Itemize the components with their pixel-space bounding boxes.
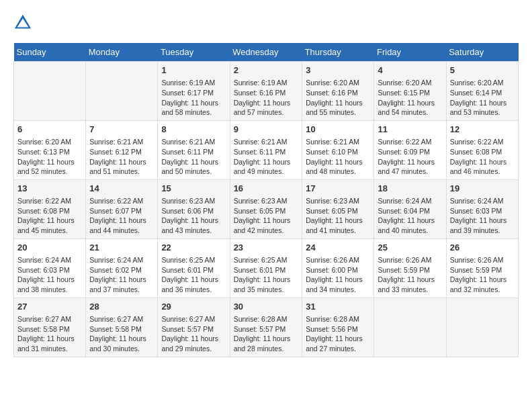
calendar-cell: [86, 62, 158, 121]
calendar-cell: 3Sunrise: 6:20 AM Sunset: 6:16 PM Daylig…: [302, 62, 374, 121]
calendar-cell: 2Sunrise: 6:19 AM Sunset: 6:16 PM Daylig…: [230, 62, 302, 121]
calendar-cell: 14Sunrise: 6:22 AM Sunset: 6:07 PM Dayli…: [86, 179, 158, 238]
cell-content: Sunrise: 6:23 AM Sunset: 6:06 PM Dayligh…: [161, 196, 226, 236]
cell-content: Sunrise: 6:24 AM Sunset: 6:02 PM Dayligh…: [89, 255, 154, 295]
day-number: 4: [378, 64, 442, 77]
calendar-cell: 18Sunrise: 6:24 AM Sunset: 6:04 PM Dayli…: [374, 179, 446, 238]
cell-content: Sunrise: 6:24 AM Sunset: 6:03 PM Dayligh…: [17, 255, 82, 295]
calendar-cell: 30Sunrise: 6:28 AM Sunset: 5:57 PM Dayli…: [230, 298, 302, 357]
cell-content: Sunrise: 6:19 AM Sunset: 6:16 PM Dayligh…: [234, 78, 299, 118]
day-number: 22: [161, 242, 226, 254]
calendar-cell: 29Sunrise: 6:27 AM Sunset: 5:57 PM Dayli…: [158, 298, 230, 357]
calendar-cell: 21Sunrise: 6:24 AM Sunset: 6:02 PM Dayli…: [86, 238, 158, 298]
cell-content: Sunrise: 6:26 AM Sunset: 5:59 PM Dayligh…: [450, 255, 515, 295]
calendar-cell: 19Sunrise: 6:24 AM Sunset: 6:03 PM Dayli…: [446, 179, 518, 238]
day-number: 30: [234, 301, 299, 313]
day-header-saturday: Saturday: [446, 43, 518, 62]
day-header-wednesday: Wednesday: [230, 43, 302, 62]
logo-icon: [13, 13, 32, 32]
day-number: 5: [450, 64, 515, 77]
day-number: 29: [161, 301, 226, 313]
day-number: 19: [450, 183, 515, 195]
calendar-cell: 9Sunrise: 6:21 AM Sunset: 6:11 PM Daylig…: [230, 120, 302, 179]
day-number: 25: [378, 242, 442, 254]
calendar-cell: 13Sunrise: 6:22 AM Sunset: 6:08 PM Dayli…: [14, 179, 86, 238]
day-number: 23: [234, 242, 299, 254]
calendar-cell: 22Sunrise: 6:25 AM Sunset: 6:01 PM Dayli…: [158, 238, 230, 298]
day-number: 2: [234, 64, 299, 77]
day-header-thursday: Thursday: [302, 43, 374, 62]
day-number: 28: [89, 301, 154, 313]
calendar-cell: 8Sunrise: 6:21 AM Sunset: 6:11 PM Daylig…: [158, 120, 230, 179]
cell-content: Sunrise: 6:21 AM Sunset: 6:11 PM Dayligh…: [161, 137, 226, 177]
cell-content: Sunrise: 6:21 AM Sunset: 6:11 PM Dayligh…: [234, 137, 299, 177]
day-number: 8: [161, 124, 226, 136]
calendar-cell: [14, 62, 86, 121]
day-number: 26: [450, 242, 515, 254]
calendar-cell: 4Sunrise: 6:20 AM Sunset: 6:15 PM Daylig…: [374, 62, 446, 121]
day-number: 10: [306, 124, 370, 136]
day-header-monday: Monday: [86, 43, 158, 62]
cell-content: Sunrise: 6:20 AM Sunset: 6:15 PM Dayligh…: [378, 78, 442, 118]
logo: [13, 13, 35, 32]
day-number: 21: [89, 242, 154, 254]
day-number: 31: [306, 301, 370, 313]
cell-content: Sunrise: 6:25 AM Sunset: 6:01 PM Dayligh…: [161, 255, 226, 295]
calendar-week-3: 13Sunrise: 6:22 AM Sunset: 6:08 PM Dayli…: [14, 179, 519, 238]
calendar-cell: 10Sunrise: 6:21 AM Sunset: 6:10 PM Dayli…: [302, 120, 374, 179]
page-header: [13, 13, 519, 32]
cell-content: Sunrise: 6:28 AM Sunset: 5:56 PM Dayligh…: [306, 314, 370, 354]
cell-content: Sunrise: 6:22 AM Sunset: 6:08 PM Dayligh…: [17, 196, 82, 236]
cell-content: Sunrise: 6:24 AM Sunset: 6:03 PM Dayligh…: [450, 196, 515, 236]
day-number: 24: [306, 242, 370, 254]
calendar-cell: 31Sunrise: 6:28 AM Sunset: 5:56 PM Dayli…: [302, 298, 374, 357]
day-number: 12: [450, 124, 515, 136]
cell-content: Sunrise: 6:26 AM Sunset: 6:00 PM Dayligh…: [306, 255, 370, 295]
cell-content: Sunrise: 6:24 AM Sunset: 6:04 PM Dayligh…: [378, 196, 442, 236]
calendar-cell: 27Sunrise: 6:27 AM Sunset: 5:58 PM Dayli…: [14, 298, 86, 357]
cell-content: Sunrise: 6:27 AM Sunset: 5:58 PM Dayligh…: [89, 314, 154, 354]
calendar-cell: 26Sunrise: 6:26 AM Sunset: 5:59 PM Dayli…: [446, 238, 518, 298]
day-number: 15: [161, 183, 226, 195]
calendar-cell: 5Sunrise: 6:20 AM Sunset: 6:14 PM Daylig…: [446, 62, 518, 121]
calendar-cell: 11Sunrise: 6:22 AM Sunset: 6:09 PM Dayli…: [374, 120, 446, 179]
calendar-cell: 7Sunrise: 6:21 AM Sunset: 6:12 PM Daylig…: [86, 120, 158, 179]
calendar-week-1: 1Sunrise: 6:19 AM Sunset: 6:17 PM Daylig…: [14, 62, 519, 121]
calendar-cell: 28Sunrise: 6:27 AM Sunset: 5:58 PM Dayli…: [86, 298, 158, 357]
calendar-week-4: 20Sunrise: 6:24 AM Sunset: 6:03 PM Dayli…: [14, 238, 519, 298]
day-number: 11: [378, 124, 442, 136]
calendar-week-2: 6Sunrise: 6:20 AM Sunset: 6:13 PM Daylig…: [14, 120, 519, 179]
cell-content: Sunrise: 6:25 AM Sunset: 6:01 PM Dayligh…: [234, 255, 299, 295]
day-header-friday: Friday: [374, 43, 446, 62]
calendar-cell: 25Sunrise: 6:26 AM Sunset: 5:59 PM Dayli…: [374, 238, 446, 298]
day-number: 17: [306, 183, 370, 195]
calendar-cell: [446, 298, 518, 357]
day-number: 16: [234, 183, 299, 195]
cell-content: Sunrise: 6:22 AM Sunset: 6:09 PM Dayligh…: [378, 137, 442, 177]
cell-content: Sunrise: 6:26 AM Sunset: 5:59 PM Dayligh…: [378, 255, 442, 295]
cell-content: Sunrise: 6:27 AM Sunset: 5:58 PM Dayligh…: [17, 314, 82, 354]
cell-content: Sunrise: 6:20 AM Sunset: 6:16 PM Dayligh…: [306, 78, 370, 118]
cell-content: Sunrise: 6:22 AM Sunset: 6:07 PM Dayligh…: [89, 196, 154, 236]
calendar-cell: 24Sunrise: 6:26 AM Sunset: 6:00 PM Dayli…: [302, 238, 374, 298]
cell-content: Sunrise: 6:21 AM Sunset: 6:10 PM Dayligh…: [306, 137, 370, 177]
day-number: 6: [17, 124, 82, 136]
day-number: 3: [306, 64, 370, 77]
calendar-cell: 15Sunrise: 6:23 AM Sunset: 6:06 PM Dayli…: [158, 179, 230, 238]
calendar-table: SundayMondayTuesdayWednesdayThursdayFrid…: [13, 43, 519, 357]
calendar-cell: 12Sunrise: 6:22 AM Sunset: 6:08 PM Dayli…: [446, 120, 518, 179]
day-header-tuesday: Tuesday: [158, 43, 230, 62]
cell-content: Sunrise: 6:23 AM Sunset: 6:05 PM Dayligh…: [234, 196, 299, 236]
day-number: 18: [378, 183, 442, 195]
calendar-cell: 23Sunrise: 6:25 AM Sunset: 6:01 PM Dayli…: [230, 238, 302, 298]
day-number: 20: [17, 242, 82, 254]
calendar-cell: 6Sunrise: 6:20 AM Sunset: 6:13 PM Daylig…: [14, 120, 86, 179]
day-header-sunday: Sunday: [14, 43, 86, 62]
calendar-cell: [374, 298, 446, 357]
cell-content: Sunrise: 6:19 AM Sunset: 6:17 PM Dayligh…: [161, 78, 226, 118]
calendar-cell: 16Sunrise: 6:23 AM Sunset: 6:05 PM Dayli…: [230, 179, 302, 238]
calendar-week-5: 27Sunrise: 6:27 AM Sunset: 5:58 PM Dayli…: [14, 298, 519, 357]
day-number: 1: [161, 64, 226, 77]
cell-content: Sunrise: 6:23 AM Sunset: 6:05 PM Dayligh…: [306, 196, 370, 236]
days-header-row: SundayMondayTuesdayWednesdayThursdayFrid…: [14, 43, 519, 62]
